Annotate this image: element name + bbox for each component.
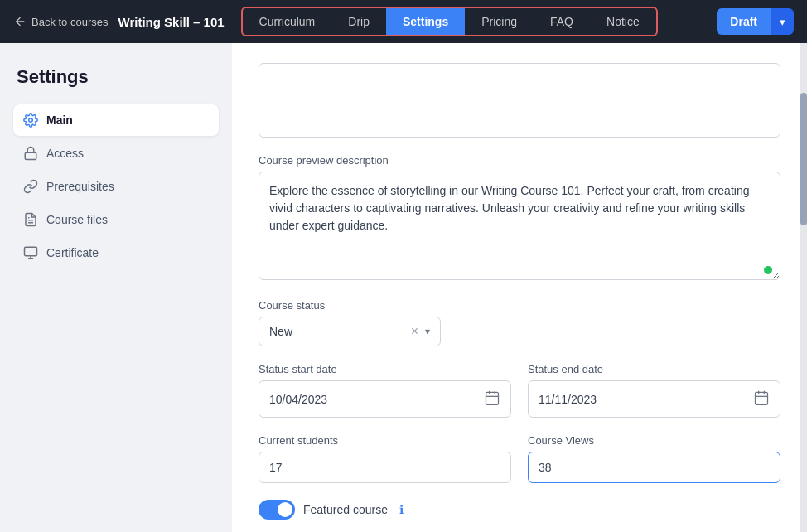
draft-button[interactable]: Draft xyxy=(717,8,771,35)
current-students-label: Current students xyxy=(259,434,511,447)
current-students-group: Current students xyxy=(259,434,511,483)
course-views-label: Course Views xyxy=(528,434,780,447)
tab-pricing[interactable]: Pricing xyxy=(465,8,534,35)
preview-description-label: Course preview description xyxy=(259,154,780,167)
tab-faq[interactable]: FAQ xyxy=(534,8,590,35)
sidebar-item-prerequisites[interactable]: Prerequisites xyxy=(13,171,219,202)
scroll-thumb xyxy=(800,93,807,225)
top-filler-textarea xyxy=(259,63,780,138)
end-date-label: Status end date xyxy=(528,363,780,375)
tab-curriculum[interactable]: Curriculum xyxy=(243,8,332,35)
current-students-input-wrapper xyxy=(259,452,511,483)
draft-button-group: Draft ▾ xyxy=(717,8,794,35)
sidebar-item-certificate-label: Certificate xyxy=(46,246,99,259)
sidebar: Settings Main Access Prerequisites Cours… xyxy=(0,43,232,532)
top-nav: Back to courses Writing Skill – 101 Curr… xyxy=(0,0,807,43)
textarea-status-dot xyxy=(764,266,772,274)
svg-rect-4 xyxy=(25,247,37,256)
svg-rect-1 xyxy=(25,152,36,159)
course-status-label: Course status xyxy=(259,299,780,312)
students-views-row: Current students Course Views xyxy=(259,434,780,483)
tab-settings[interactable]: Settings xyxy=(386,8,465,35)
gear-icon xyxy=(23,113,38,128)
course-title: Writing Skill – 101 xyxy=(118,15,225,29)
featured-course-label: Featured course xyxy=(303,503,388,516)
link-icon xyxy=(23,179,38,194)
scrollbar[interactable] xyxy=(800,43,807,532)
info-icon[interactable]: ℹ xyxy=(399,503,404,516)
chevron-down-icon: ▾ xyxy=(425,326,430,337)
sidebar-item-main-label: Main xyxy=(46,114,73,127)
end-date-input-wrapper xyxy=(528,380,780,418)
page-layout: Settings Main Access Prerequisites Cours… xyxy=(0,0,807,532)
lock-icon xyxy=(23,146,38,161)
course-views-input[interactable] xyxy=(528,452,780,483)
current-students-input[interactable] xyxy=(269,461,500,474)
preview-description-wrapper xyxy=(259,172,780,283)
course-views-group: Course Views xyxy=(528,434,780,483)
file-icon xyxy=(23,212,38,227)
sidebar-item-access[interactable]: Access xyxy=(13,138,219,169)
status-clear-button[interactable]: × xyxy=(411,324,418,339)
start-date-calendar-icon[interactable] xyxy=(484,389,500,409)
end-date-group: Status end date xyxy=(528,363,780,418)
tab-drip[interactable]: Drip xyxy=(331,8,386,35)
dates-row: Status start date Status end date xyxy=(259,363,780,418)
start-date-group: Status start date xyxy=(259,363,511,418)
sidebar-item-prerequisites-label: Prerequisites xyxy=(46,180,114,193)
end-date-input[interactable] xyxy=(539,393,753,406)
preview-description-group: Course preview description xyxy=(259,154,780,283)
course-status-value: New xyxy=(269,325,411,338)
sidebar-item-certificate[interactable]: Certificate xyxy=(13,237,219,268)
svg-point-0 xyxy=(29,118,33,123)
end-date-calendar-icon[interactable] xyxy=(753,389,770,409)
draft-dropdown-button[interactable]: ▾ xyxy=(771,8,794,35)
back-arrow-icon xyxy=(13,15,27,28)
course-status-group: Course status New × ▾ xyxy=(259,299,780,346)
sidebar-title: Settings xyxy=(13,66,219,88)
main-content: Course preview description Course status… xyxy=(232,43,807,532)
sidebar-item-access-label: Access xyxy=(46,147,84,160)
svg-rect-11 xyxy=(756,392,768,404)
chevron-down-icon: ▾ xyxy=(780,16,785,28)
start-date-label: Status start date xyxy=(259,363,511,375)
start-date-input-wrapper xyxy=(259,380,511,418)
svg-rect-7 xyxy=(486,392,499,404)
back-to-courses-button[interactable]: Back to courses xyxy=(13,15,109,28)
sidebar-item-main[interactable]: Main xyxy=(13,104,219,136)
badge-icon xyxy=(23,245,38,260)
tab-notice[interactable]: Notice xyxy=(590,8,656,35)
nav-tabs-wrapper: Curriculum Drip Settings Pricing FAQ Not… xyxy=(241,7,658,36)
featured-course-row: Featured course ℹ xyxy=(259,500,780,520)
sidebar-item-course-files[interactable]: Course files xyxy=(13,204,219,235)
back-label: Back to courses xyxy=(31,16,109,28)
sidebar-item-course-files-label: Course files xyxy=(46,213,108,226)
course-status-select[interactable]: New × ▾ xyxy=(259,317,441,346)
preview-description-input[interactable] xyxy=(259,172,780,280)
start-date-input[interactable] xyxy=(269,393,484,406)
featured-course-toggle[interactable] xyxy=(259,500,295,520)
toggle-knob xyxy=(278,502,292,517)
